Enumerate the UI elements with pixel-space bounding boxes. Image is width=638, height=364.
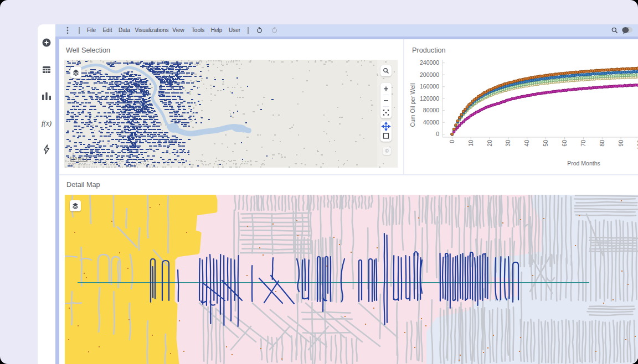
svg-text:160000: 160000 bbox=[420, 83, 439, 90]
svg-text:40000: 40000 bbox=[423, 119, 439, 126]
svg-text:10 km: 10 km bbox=[72, 156, 84, 161]
svg-text:50: 50 bbox=[542, 140, 549, 147]
svg-text:20: 20 bbox=[486, 140, 493, 147]
svg-text:240000: 240000 bbox=[420, 59, 439, 66]
svg-text:0: 0 bbox=[449, 140, 455, 143]
svg-text:Cum Oil per Well: Cum Oil per Well bbox=[409, 83, 416, 127]
svg-text:80000: 80000 bbox=[423, 107, 439, 113]
svg-text:30: 30 bbox=[505, 140, 511, 147]
svg-text:200000: 200000 bbox=[420, 71, 439, 78]
svg-text:10: 10 bbox=[467, 140, 474, 147]
svg-text:90: 90 bbox=[618, 140, 624, 147]
svg-text:40: 40 bbox=[523, 140, 530, 147]
svg-text:80: 80 bbox=[599, 140, 605, 147]
svg-text:60: 60 bbox=[561, 140, 568, 147]
svg-text:120000: 120000 bbox=[420, 95, 439, 102]
svg-text:0: 0 bbox=[436, 131, 439, 137]
svg-text:70: 70 bbox=[580, 140, 586, 147]
svg-text:100: 100 bbox=[636, 140, 638, 150]
svg-text:Prod Months: Prod Months bbox=[567, 160, 600, 167]
